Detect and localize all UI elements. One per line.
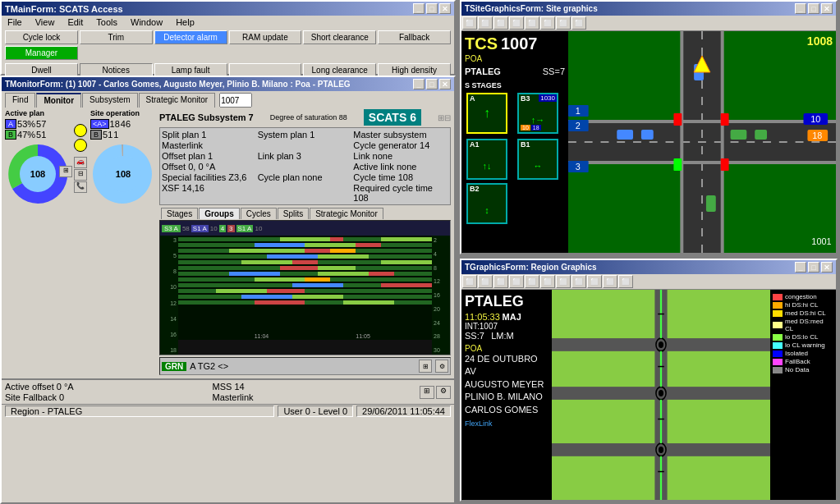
- small-btn-2[interactable]: ⊟: [74, 169, 87, 181]
- sg-tool-6[interactable]: ⬜: [540, 16, 555, 30]
- r-label-7: 24: [432, 320, 450, 326]
- monitor-user: User 0 - Level 0: [278, 405, 353, 417]
- rg-tool-11[interactable]: ⬜: [618, 275, 633, 288]
- gantt-bars: 11:04 11:05: [178, 236, 432, 340]
- small-btn-3[interactable]: 📞: [74, 181, 87, 193]
- gantt-r-labels: 2 4 8 12 16 20 24 28 30: [432, 236, 450, 355]
- menu-help[interactable]: Help: [173, 16, 197, 28]
- rg-tool-8[interactable]: ⬜: [571, 275, 586, 288]
- ram-update-button[interactable]: RAM update: [229, 30, 302, 44]
- menu-file[interactable]: File: [5, 16, 25, 28]
- inner-tab-groups[interactable]: Groups: [199, 208, 240, 219]
- manager-button[interactable]: Manager: [5, 46, 78, 60]
- inner-tab-cycles[interactable]: Cycles: [241, 208, 277, 219]
- rg-tool-1[interactable]: ⬜: [462, 275, 477, 288]
- grn-icon-btn[interactable]: ⊞: [419, 360, 432, 373]
- detector-alarm-button[interactable]: Detector alarm: [154, 30, 227, 44]
- s2-badge2: S1 A: [236, 225, 254, 232]
- sg-tool-3[interactable]: ⬜: [493, 16, 508, 30]
- sg-poa: POA: [465, 54, 565, 63]
- rg-maximize[interactable]: □: [808, 262, 819, 273]
- svg-point-44: [659, 390, 663, 396]
- rg-maj: MAJ: [503, 312, 521, 322]
- sg-tool-1[interactable]: ⬜: [462, 16, 477, 30]
- grn-settings-btn[interactable]: ⚙: [435, 360, 448, 373]
- rg-poa: POA: [465, 344, 549, 353]
- grn-label: GRN: [162, 362, 186, 371]
- short-clearance-button[interactable]: Short clearance: [303, 30, 376, 44]
- legend-color-hi-ds: [773, 302, 783, 309]
- bottom-left: Active offset 0 °A Site Fallback 0: [5, 382, 204, 402]
- tab-find[interactable]: Find: [5, 93, 35, 108]
- rg-tool-9[interactable]: ⬜: [587, 275, 602, 288]
- rg-lm-val: LM:M: [491, 331, 514, 341]
- rg-tool-2[interactable]: ⬜: [478, 275, 493, 288]
- monitor-minimize[interactable]: _: [413, 79, 425, 89]
- rg-tool-7[interactable]: ⬜: [556, 275, 571, 288]
- field-offset-plan: Offset plan 1: [162, 151, 257, 161]
- menu-edit[interactable]: Edit: [65, 16, 85, 28]
- inner-tab-strategic[interactable]: Strategic Monitor: [310, 208, 383, 219]
- tab-strategic[interactable]: Strategic Monitor: [139, 93, 216, 108]
- svg-point-42: [659, 341, 663, 348]
- sg-minimize[interactable]: _: [795, 3, 806, 14]
- inner-tab-splits[interactable]: Splits: [278, 208, 309, 219]
- monitor-right-info: PTALEG Subsystem 7 Degree of saturation …: [159, 109, 451, 377]
- y-label-2: 5: [160, 253, 178, 259]
- monitor-datetime: 29/06/2011 11:05:44: [356, 405, 451, 417]
- main-titlebar: TMainForm: SCATS Access _ □ ✕: [2, 2, 454, 16]
- inner-tab-stages[interactable]: Stages: [161, 208, 198, 219]
- indicator-icons: 🚗 ⊟ 📞: [74, 109, 87, 207]
- stage-b2-label: B2: [470, 185, 480, 193]
- cycle-lock-button[interactable]: Cycle lock: [5, 30, 78, 44]
- sg-tool-4[interactable]: ⬜: [509, 16, 524, 30]
- rg-tool-10[interactable]: ⬜: [603, 275, 617, 288]
- sg-tool-5[interactable]: ⬜: [525, 16, 539, 30]
- tab-monitor[interactable]: Monitor: [36, 93, 81, 108]
- menu-tools[interactable]: Tools: [94, 16, 120, 28]
- rg-tool-6[interactable]: ⬜: [540, 275, 555, 288]
- maximize-button[interactable]: □: [426, 3, 438, 14]
- sg-maximize[interactable]: □: [808, 3, 819, 14]
- tab-subsystem[interactable]: Subsystem: [82, 93, 137, 108]
- rg-tool-4[interactable]: ⬜: [509, 275, 524, 288]
- sg-id: 1007: [501, 34, 538, 53]
- bar-row-8: [178, 277, 432, 282]
- small-btn-1[interactable]: 🚗: [74, 157, 87, 168]
- legend-label-med-hi: med DS:hi CL: [785, 309, 826, 317]
- sg-tool-8[interactable]: ⬜: [571, 16, 586, 30]
- bottom-icon-1[interactable]: ⊞: [420, 386, 434, 399]
- legend-label-fallback: FallBack: [785, 358, 810, 365]
- intersection-input[interactable]: [219, 93, 252, 108]
- monitor-tabs: Find Monitor Subsystem Strategic Monitor: [2, 91, 454, 108]
- menu-view[interactable]: View: [33, 16, 57, 28]
- site-graphics-window: TSiteGraphicsForm: Site graphics _ □ ✕ ⬜…: [460, 0, 838, 254]
- sg-close[interactable]: ✕: [821, 3, 833, 14]
- r-label-2: 4: [432, 251, 450, 257]
- rg-info-panel: PTALEG 11:05:33 MAJ INT:1007 SS:7 LM:M P…: [461, 290, 552, 500]
- plan-icon-1[interactable]: ⊞: [59, 166, 72, 177]
- monitor-maximize[interactable]: □: [426, 79, 438, 89]
- legend-isolated: Isolated: [773, 350, 833, 357]
- minimize-button[interactable]: _: [413, 3, 425, 14]
- menu-window[interactable]: Window: [128, 16, 165, 28]
- rg-road-svg: [552, 290, 770, 500]
- monitor-status-bar: Region - PTALEG User 0 - Level 0 29/06/2…: [2, 404, 454, 418]
- field-master-subsystem: Master subsystem: [353, 130, 448, 140]
- monitor-close[interactable]: ✕: [439, 79, 451, 89]
- close-button[interactable]: ✕: [439, 3, 451, 14]
- bottom-icon-2[interactable]: ⚙: [436, 386, 451, 399]
- sg-ptaleg: PTALEG: [465, 66, 501, 76]
- fields-grid: Split plan 1 System plan 1 Master subsys…: [159, 127, 451, 205]
- fallback-button[interactable]: Fallback: [378, 30, 451, 44]
- trim-button[interactable]: Trim: [80, 30, 153, 44]
- sg-other-site: 1008: [807, 34, 833, 48]
- sg-tool-7[interactable]: ⬜: [556, 16, 571, 30]
- gantt-y-labels: 3 5 8 10 12 14 16 18: [160, 236, 178, 355]
- svg-rect-14: [721, 113, 729, 126]
- rg-tool-3[interactable]: ⬜: [493, 275, 508, 288]
- rg-minimize[interactable]: _: [795, 262, 806, 273]
- sg-tool-2[interactable]: ⬜: [478, 16, 493, 30]
- rg-close[interactable]: ✕: [821, 262, 833, 273]
- rg-tool-5[interactable]: ⬜: [525, 275, 539, 288]
